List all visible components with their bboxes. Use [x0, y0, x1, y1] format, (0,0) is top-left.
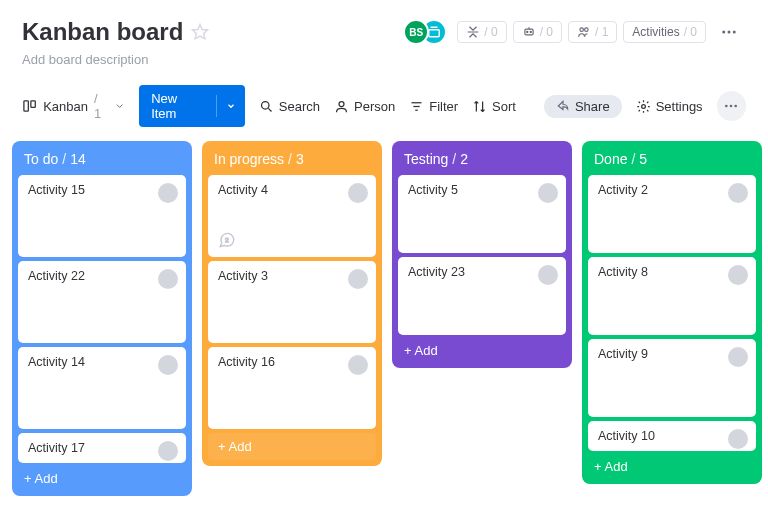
add-card-button[interactable]: + Add	[12, 463, 192, 496]
settings-button[interactable]: Settings	[636, 99, 703, 114]
card-title: Activity 22	[28, 269, 178, 283]
share-label: Share	[575, 99, 610, 114]
card-title: Activity 23	[408, 265, 558, 279]
card-title: Activity 4	[218, 183, 368, 197]
filter-icon	[409, 99, 424, 114]
activities-pill[interactable]: Activities / 0	[623, 21, 706, 43]
assignee-avatar[interactable]	[348, 355, 368, 375]
person-label: Person	[354, 99, 395, 114]
card-title: Activity 14	[28, 355, 178, 369]
kanban-card[interactable]: Activity 10	[588, 421, 756, 451]
gear-icon	[636, 99, 651, 114]
column-header[interactable]: To do / 14	[12, 141, 192, 175]
column-inprogress: In progress / 3 Activity 4 2 Activity 3 …	[202, 141, 382, 466]
kanban-card[interactable]: Activity 23	[398, 257, 566, 335]
add-card-button[interactable]: + Add	[582, 451, 762, 484]
card-title: Activity 17	[28, 441, 178, 455]
svg-point-4	[580, 28, 584, 32]
view-selector[interactable]: Kanban / 1	[22, 91, 125, 121]
kanban-card[interactable]: Activity 16	[208, 347, 376, 429]
header-more-icon[interactable]	[712, 19, 746, 45]
kanban-board: To do / 14 Activity 15 Activity 22 Activ…	[0, 141, 768, 496]
svg-rect-9	[24, 101, 28, 111]
assignee-avatar[interactable]	[348, 269, 368, 289]
svg-point-18	[725, 105, 728, 108]
conversation-pill[interactable]: / 0	[457, 21, 506, 43]
chevron-down-icon	[114, 100, 125, 112]
automation-pill[interactable]: / 0	[513, 21, 562, 43]
kanban-card[interactable]: Activity 8	[588, 257, 756, 335]
column-name: Done	[594, 151, 627, 167]
column-header[interactable]: In progress / 3	[202, 141, 382, 175]
view-count: / 1	[94, 91, 108, 121]
assignee-avatar[interactable]	[348, 183, 368, 203]
person-icon	[334, 99, 349, 114]
card-title: Activity 9	[598, 347, 748, 361]
search-icon	[259, 99, 274, 114]
assignee-avatar[interactable]	[728, 429, 748, 449]
toolbar: Kanban / 1 New Item Search Person Filter…	[0, 75, 768, 141]
assignee-avatar[interactable]	[158, 269, 178, 289]
new-item-caret[interactable]	[216, 95, 245, 117]
assignee-avatar[interactable]	[728, 183, 748, 203]
view-name: Kanban	[43, 99, 88, 114]
column-header[interactable]: Done / 5	[582, 141, 762, 175]
column-name: Testing	[404, 151, 448, 167]
column-count: 14	[70, 151, 86, 167]
kanban-card[interactable]: Activity 4 2	[208, 175, 376, 257]
kanban-card[interactable]: Activity 17	[18, 433, 186, 463]
assignee-avatar[interactable]	[158, 183, 178, 203]
kanban-card[interactable]: Activity 2	[588, 175, 756, 253]
members-pill[interactable]: / 1	[568, 21, 617, 43]
kanban-card[interactable]: Activity 5	[398, 175, 566, 253]
toolbar-more-button[interactable]	[717, 91, 746, 121]
new-item-label: New Item	[139, 85, 216, 127]
kanban-card[interactable]: Activity 14	[18, 347, 186, 429]
person-button[interactable]: Person	[334, 99, 395, 114]
board-subtitle[interactable]: Add board description	[22, 52, 746, 67]
assignee-avatar[interactable]	[728, 265, 748, 285]
activities-prefix: Activities	[632, 25, 679, 39]
automation-count: / 0	[540, 25, 553, 39]
star-icon[interactable]	[191, 23, 209, 41]
assignee-avatar[interactable]	[538, 265, 558, 285]
card-title: Activity 5	[408, 183, 558, 197]
search-label: Search	[279, 99, 320, 114]
assignee-avatar[interactable]	[158, 355, 178, 375]
share-button[interactable]: Share	[544, 95, 622, 118]
filter-label: Filter	[429, 99, 458, 114]
column-name: In progress	[214, 151, 284, 167]
avatar-stack[interactable]: BS	[403, 19, 447, 45]
board-title[interactable]: Kanban board	[22, 18, 183, 46]
board-header: Kanban board BS / 0 / 0 / 1	[0, 0, 768, 75]
column-header[interactable]: Testing / 2	[392, 141, 572, 175]
card-title: Activity 10	[598, 429, 748, 443]
settings-label: Settings	[656, 99, 703, 114]
add-card-button[interactable]: + Add	[392, 335, 572, 368]
card-title: Activity 15	[28, 183, 178, 197]
search-button[interactable]: Search	[259, 99, 320, 114]
svg-text:2: 2	[225, 237, 229, 243]
svg-point-20	[735, 105, 738, 108]
kanban-card[interactable]: Activity 15	[18, 175, 186, 257]
svg-point-8	[733, 31, 736, 34]
assignee-avatar[interactable]	[538, 183, 558, 203]
svg-point-5	[585, 28, 589, 32]
column-name: To do	[24, 151, 58, 167]
chat-icon[interactable]: 2	[218, 231, 236, 249]
members-count: / 1	[595, 25, 608, 39]
column-count: 3	[296, 151, 304, 167]
svg-point-6	[722, 31, 725, 34]
assignee-avatar[interactable]	[728, 347, 748, 367]
new-item-button[interactable]: New Item	[139, 85, 245, 127]
kanban-card[interactable]: Activity 22	[18, 261, 186, 343]
activities-count: / 0	[684, 25, 697, 39]
share-icon	[556, 99, 570, 113]
sort-button[interactable]: Sort	[472, 99, 516, 114]
kanban-card[interactable]: Activity 9	[588, 339, 756, 417]
filter-button[interactable]: Filter	[409, 99, 458, 114]
kanban-card[interactable]: Activity 3	[208, 261, 376, 343]
assignee-avatar[interactable]	[158, 441, 178, 461]
add-card-button[interactable]: + Add	[208, 433, 376, 460]
card-title: Activity 2	[598, 183, 748, 197]
